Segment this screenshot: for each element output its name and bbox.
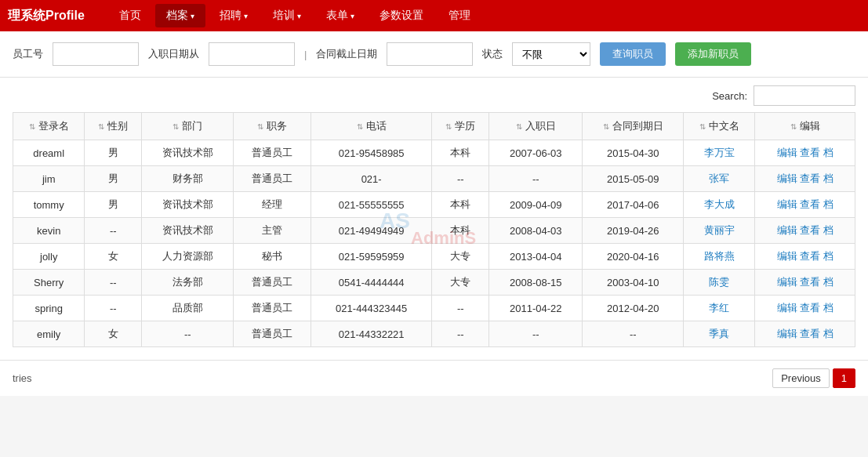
cell-contract: -- — [583, 321, 684, 347]
cell-edit[interactable]: 编辑 查看 档 — [755, 192, 855, 218]
cell-position: 主管 — [234, 218, 311, 244]
nav-archive[interactable]: 档案▾ — [155, 4, 205, 27]
add-employee-button[interactable]: 添加新职员 — [675, 42, 751, 66]
cell-gender: -- — [85, 270, 142, 296]
cell-name[interactable]: 黄丽宇 — [684, 218, 755, 244]
cell-login: spring — [13, 296, 85, 321]
cell-dept: 资讯技术部 — [142, 140, 234, 166]
cell-gender: 女 — [85, 321, 142, 347]
cell-phone: 0541-4444444 — [311, 270, 431, 296]
cell-edu: 大专 — [432, 270, 489, 296]
employee-id-input[interactable] — [53, 42, 139, 66]
archive-arrow-icon: ▾ — [191, 12, 194, 20]
employee-table: ⇅登录名 ⇅性别 ⇅部门 ⇅职务 ⇅电话 ⇅学历 ⇅入职日 ⇅合同到期日 ⇅中文… — [13, 112, 855, 347]
contract-end-label: 合同截止日期 — [316, 47, 377, 61]
cell-position: 秘书 — [234, 244, 311, 270]
contract-end-input[interactable] — [387, 42, 473, 66]
cell-dept: 法务部 — [142, 270, 234, 296]
status-select[interactable]: 不限 在职 离职 — [512, 42, 590, 66]
cell-login: dreaml — [13, 140, 85, 166]
train-arrow-icon: ▾ — [297, 12, 301, 20]
filter-bar: 员工号 入职日期从 | 合同截止日期 状态 不限 在职 离职 查询职员 添加新职… — [0, 31, 868, 78]
cell-gender: 男 — [85, 140, 142, 166]
cell-dept: -- — [142, 321, 234, 347]
cell-name[interactable]: 李大成 — [684, 192, 755, 218]
search-bar: Search: — [13, 85, 855, 106]
col-phone[interactable]: ⇅电话 — [311, 113, 431, 140]
join-date-from-input[interactable] — [209, 42, 295, 66]
col-gender[interactable]: ⇅性别 — [85, 113, 142, 140]
cell-gender: 男 — [85, 192, 142, 218]
cell-edit[interactable]: 编辑 查看 档 — [755, 321, 855, 347]
cell-dept: 品质部 — [142, 296, 234, 321]
cell-position: 普通员工 — [234, 321, 311, 347]
nav-home[interactable]: 首页 — [108, 4, 152, 27]
cell-phone: 021-95458985 — [311, 140, 431, 166]
recruit-arrow-icon: ▾ — [244, 12, 248, 20]
form-arrow-icon: ▾ — [350, 12, 354, 20]
nav-train[interactable]: 培训▾ — [262, 4, 312, 27]
previous-button[interactable]: Previous — [772, 368, 830, 388]
nav-recruit[interactable]: 招聘▾ — [209, 4, 259, 27]
cell-phone: 021-55555555 — [311, 192, 431, 218]
col-join[interactable]: ⇅入职日 — [489, 113, 583, 140]
cell-join: 2007-06-03 — [489, 140, 583, 166]
cell-edit[interactable]: 编辑 查看 档 — [755, 140, 855, 166]
search-input[interactable] — [754, 85, 855, 106]
cell-phone: 021-444323445 — [311, 296, 431, 321]
table-row: jim 男 财务部 普通员工 021- -- -- 2015-05-09 张军 … — [13, 166, 855, 192]
cell-contract: 2019-04-26 — [583, 218, 684, 244]
cell-gender: -- — [85, 296, 142, 321]
table-header-row: ⇅登录名 ⇅性别 ⇅部门 ⇅职务 ⇅电话 ⇅学历 ⇅入职日 ⇅合同到期日 ⇅中文… — [13, 113, 855, 140]
cell-edit[interactable]: 编辑 查看 档 — [755, 218, 855, 244]
cell-edu: 大专 — [432, 244, 489, 270]
cell-name[interactable]: 路将燕 — [684, 244, 755, 270]
cell-name[interactable]: 张军 — [684, 166, 755, 192]
col-name[interactable]: ⇅中文名 — [684, 113, 755, 140]
col-contract[interactable]: ⇅合同到期日 — [583, 113, 684, 140]
cell-join: 2011-04-22 — [489, 296, 583, 321]
query-button[interactable]: 查询职员 — [600, 42, 666, 66]
cell-contract: 2015-05-09 — [583, 166, 684, 192]
cell-edu: -- — [432, 321, 489, 347]
table-row: dreaml 男 资讯技术部 普通员工 021-95458985 本科 2007… — [13, 140, 855, 166]
cell-login: tommy — [13, 192, 85, 218]
cell-edit[interactable]: 编辑 查看 档 — [755, 270, 855, 296]
cell-edit[interactable]: 编辑 查看 档 — [755, 296, 855, 321]
col-dept[interactable]: ⇅部门 — [142, 113, 234, 140]
cell-join: 2008-04-03 — [489, 218, 583, 244]
cell-phone: 021- — [311, 166, 431, 192]
nav-manage[interactable]: 管理 — [438, 4, 481, 27]
cell-dept: 财务部 — [142, 166, 234, 192]
table-footer: tries Previous 1 — [0, 360, 868, 396]
cell-name[interactable]: 李万宝 — [684, 140, 755, 166]
employee-id-label: 员工号 — [13, 47, 43, 61]
cell-edit[interactable]: 编辑 查看 档 — [755, 244, 855, 270]
cell-name[interactable]: 陈雯 — [684, 270, 755, 296]
nav-params[interactable]: 参数设置 — [369, 4, 434, 27]
table-row: tommy 男 资讯技术部 经理 021-55555555 本科 2009-04… — [13, 192, 855, 218]
nav-form[interactable]: 表单▾ — [315, 4, 365, 27]
cell-edu: -- — [432, 296, 489, 321]
table-row: Sherry -- 法务部 普通员工 0541-4444444 大专 2008-… — [13, 270, 855, 296]
cell-contract: 2020-04-16 — [583, 244, 684, 270]
brand: 理系统Profile — [8, 8, 85, 24]
cell-position: 普通员工 — [234, 270, 311, 296]
status-label: 状态 — [482, 47, 503, 61]
cell-contract: 2003-04-10 — [583, 270, 684, 296]
col-edu[interactable]: ⇅学历 — [432, 113, 489, 140]
cell-name[interactable]: 季真 — [684, 321, 755, 347]
table-row: emily 女 -- 普通员工 021-44332221 -- -- -- 季真… — [13, 321, 855, 347]
page-1[interactable]: 1 — [833, 368, 855, 388]
col-edit[interactable]: ⇅编辑 — [755, 113, 855, 140]
cell-login: Sherry — [13, 270, 85, 296]
col-position[interactable]: ⇅职务 — [234, 113, 311, 140]
col-login[interactable]: ⇅登录名 — [13, 113, 85, 140]
cell-edu: -- — [432, 166, 489, 192]
cell-name[interactable]: 李红 — [684, 296, 755, 321]
cell-edit[interactable]: 编辑 查看 档 — [755, 166, 855, 192]
cell-position: 普通员工 — [234, 166, 311, 192]
nav-items: 首页 档案▾ 招聘▾ 培训▾ 表单▾ 参数设置 管理 — [108, 4, 481, 27]
cell-edu: 本科 — [432, 140, 489, 166]
table-area: Search: ⇅登录名 ⇅性别 ⇅部门 ⇅职务 ⇅电话 ⇅学历 ⇅入职日 ⇅合… — [0, 78, 868, 360]
